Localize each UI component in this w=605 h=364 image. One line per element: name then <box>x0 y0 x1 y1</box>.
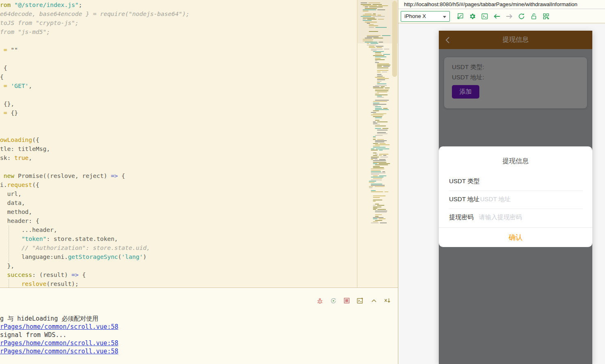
browser-preview-panel: http://localhost:8080/h5/#/pages/tabbarP… <box>398 0 605 364</box>
console-line: rPages/home/common/scroll.vue:58 <box>0 347 118 355</box>
code-line[interactable] <box>0 36 190 45</box>
url-text: http://localhost:8080/h5/#/pages/tabbarP… <box>404 1 577 7</box>
debug-bug-icon[interactable] <box>316 297 324 305</box>
code-line[interactable]: success: (result) => { <box>0 270 190 279</box>
ide-window: rom "@/store/index.js";e64decode, base64… <box>0 0 605 364</box>
code-line[interactable]: }, <box>0 261 190 270</box>
code-line[interactable] <box>0 54 190 63</box>
indent-guide <box>9 225 9 262</box>
preview-toolbar: iPhone X <box>398 9 605 23</box>
code-line[interactable]: ...header, <box>0 225 190 234</box>
code-line[interactable] <box>0 117 190 126</box>
code-area[interactable]: rom "@/store/index.js";e64decode, base64… <box>0 0 190 288</box>
refresh-icon[interactable] <box>515 11 528 22</box>
usdt-type-label: USDT 类型: <box>452 63 484 71</box>
code-line[interactable]: i.request({ <box>0 180 190 189</box>
code-line[interactable]: from "js-md5"; <box>0 27 190 36</box>
device-selector[interactable]: iPhone X <box>401 11 450 22</box>
console-source-link[interactable]: rPages/home/common/scroll.vue:58 <box>0 348 118 355</box>
terminal-icon[interactable] <box>479 11 491 22</box>
confirm-button[interactable]: 确认 <box>439 229 592 246</box>
preview-stage: 提现信息 USDT 类型: USDT 地址: 添加 提现信息 USDT 类型 <box>398 24 605 364</box>
add-button[interactable]: 添加 <box>452 85 479 99</box>
console-output: g 与 hideLoading 必须配对使用rPages/home/common… <box>0 315 118 355</box>
field-placeholder: USDT 地址 <box>480 195 511 203</box>
forward-arrow-icon[interactable] <box>503 11 515 22</box>
field-placeholder: 请输入提现密码 <box>479 213 522 221</box>
code-line[interactable]: data, <box>0 198 190 207</box>
code-line[interactable]: sk: true, <box>0 153 190 162</box>
unlock-icon[interactable] <box>528 11 540 22</box>
code-line[interactable]: e64decode, base64encode } = require("nod… <box>0 9 190 18</box>
clear-scroll-icon[interactable] <box>383 297 391 305</box>
collapse-panel-icon[interactable] <box>370 297 378 305</box>
field-label: 提现密码 <box>449 213 474 221</box>
chevron-down-icon <box>443 16 446 18</box>
code-line[interactable]: rom "@/store/index.js"; <box>0 0 190 9</box>
usdt-address-label: USDT 地址: <box>452 74 484 81</box>
code-line[interactable] <box>0 90 190 99</box>
device-selector-value: iPhone X <box>404 13 426 19</box>
restart-icon[interactable] <box>329 297 337 305</box>
code-line[interactable]: method, <box>0 207 190 216</box>
phone-navbar: 提现信息 <box>439 31 592 49</box>
code-line[interactable]: { <box>0 72 190 81</box>
console-toolbar <box>316 297 391 305</box>
code-line[interactable]: {}, <box>0 99 190 108</box>
code-line[interactable]: owLoading({ <box>0 135 190 144</box>
code-line[interactable]: toJS from "crypto-js"; <box>0 18 190 27</box>
withdrawal-card: USDT 类型: USDT 地址: 添加 <box>444 57 587 108</box>
console-line: rPages/home/common/scroll.vue:58 <box>0 323 118 331</box>
phone-preview: 提现信息 USDT 类型: USDT 地址: 添加 提现信息 USDT 类型 <box>439 31 592 364</box>
code-editor[interactable]: rom "@/store/index.js";e64decode, base64… <box>0 0 357 288</box>
divider <box>439 227 592 228</box>
code-line[interactable]: reslove(result); <box>0 279 190 288</box>
withdrawal-modal: 提现信息 USDT 类型 USDT 地址 USDT 地址 提现密码 请输入提现密… <box>439 146 592 247</box>
code-line[interactable]: language:uni.getStorageSync('lang') <box>0 252 190 261</box>
qrcode-icon[interactable] <box>540 11 552 22</box>
open-external-icon[interactable] <box>454 11 466 22</box>
minimap[interactable] <box>357 0 398 288</box>
console-line: signal from WDS... <box>0 331 118 339</box>
code-line[interactable]: // "Authorization": store.state.uid, <box>0 243 190 252</box>
code-line[interactable]: tle: titleMsg, <box>0 144 190 153</box>
console-source-link[interactable]: rPages/home/common/scroll.vue:58 <box>0 339 118 347</box>
code-line[interactable]: = "" <box>0 45 190 54</box>
console-source-link[interactable]: rPages/home/common/scroll.vue:58 <box>0 323 118 330</box>
code-line[interactable]: = 'GET', <box>0 81 190 90</box>
modal-title: 提现信息 <box>439 157 592 166</box>
stop-icon[interactable] <box>343 297 351 305</box>
field-label: USDT 地址 <box>449 195 480 203</box>
settings-gear-icon[interactable] <box>466 11 479 22</box>
usdt-address-field[interactable]: USDT 地址 USDT 地址 <box>439 191 592 209</box>
withdraw-password-field[interactable]: 提现密码 请输入提现密码 <box>439 209 592 227</box>
code-line[interactable] <box>0 126 190 135</box>
console-line: g 与 hideLoading 必须配对使用 <box>0 315 118 323</box>
usdt-type-field[interactable]: USDT 类型 <box>439 173 592 191</box>
back-arrow-icon[interactable] <box>491 11 503 22</box>
code-line[interactable]: = {} <box>0 108 190 117</box>
url-bar[interactable]: http://localhost:8080/h5/#/pages/tabbarP… <box>398 0 605 9</box>
code-line[interactable]: new Promise((reslove, reject) => { <box>0 171 190 180</box>
console-panel: g 与 hideLoading 必须配对使用rPages/home/common… <box>0 288 398 364</box>
code-line[interactable]: { <box>0 63 190 72</box>
console-line: rPages/home/common/scroll.vue:58 <box>0 339 118 347</box>
minimap-scrollbar[interactable] <box>392 1 397 77</box>
field-label: USDT 类型 <box>449 178 480 185</box>
code-line[interactable]: header: { <box>0 216 190 225</box>
code-line[interactable] <box>0 162 190 171</box>
page-title: 提现信息 <box>439 36 592 44</box>
new-terminal-icon[interactable] <box>356 297 364 305</box>
indent-guide <box>9 279 9 288</box>
code-line[interactable]: "token": store.state.token, <box>0 234 190 243</box>
code-line[interactable]: url, <box>0 189 190 198</box>
